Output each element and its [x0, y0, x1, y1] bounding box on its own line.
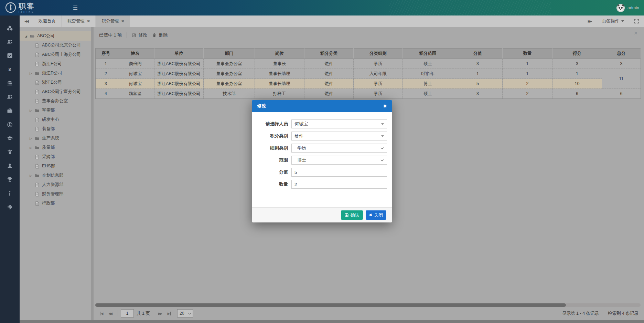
细则类别-select[interactable]: 学历	[291, 144, 387, 153]
请选择人员-combobox[interactable]: 何诚宝	[291, 119, 387, 128]
数量-input[interactable]	[291, 180, 387, 189]
close-label: 关闭	[374, 212, 383, 218]
field-label: 细则类别	[256, 145, 288, 151]
close-x-icon: ✖	[369, 213, 372, 217]
field-label: 数量	[256, 181, 288, 187]
close-button[interactable]: ✖ 关闭	[366, 210, 386, 220]
field-label: 请选择人员	[256, 121, 288, 127]
caret-down-icon	[381, 123, 384, 125]
modal-header: 修改 ✖	[252, 100, 392, 112]
field-value: 博士	[294, 157, 306, 163]
modal-field-请选择人员: 请选择人员何诚宝	[256, 119, 387, 128]
field-value: 何诚宝	[294, 121, 308, 127]
edit-modal: 修改 ✖ 请选择人员何诚宝积分类别硬件细则类别学历范围博士分值数量 确认 ✖ 关…	[252, 100, 392, 222]
modal-footer: 确认 ✖ 关闭	[252, 207, 392, 222]
caret-down-icon	[381, 135, 384, 137]
范围-select[interactable]: 博士	[291, 156, 387, 165]
chevron-down-icon	[381, 158, 384, 161]
modal-field-积分类别: 积分类别硬件	[256, 132, 387, 140]
modal-title: 修改	[257, 103, 266, 109]
field-label: 积分类别	[256, 133, 288, 139]
field-label: 分值	[256, 169, 288, 175]
modal-close-icon[interactable]: ✖	[383, 103, 387, 109]
modal-field-范围: 范围博士	[256, 156, 387, 165]
confirm-label: 确认	[351, 212, 359, 218]
field-value: 学历	[294, 145, 306, 151]
modal-field-分值: 分值	[256, 168, 387, 177]
分值-input[interactable]	[291, 168, 387, 177]
modal-field-细则类别: 细则类别学历	[256, 144, 387, 153]
field-label: 范围	[256, 157, 288, 163]
modal-body: 请选择人员何诚宝积分类别硬件细则类别学历范围博士分值数量	[252, 112, 392, 207]
confirm-button[interactable]: 确认	[341, 210, 363, 220]
save-floppy-icon	[344, 213, 349, 217]
chevron-down-icon	[381, 146, 384, 149]
积分类别-combobox[interactable]: 硬件	[291, 132, 387, 140]
field-value: 硬件	[294, 133, 303, 139]
modal-field-数量: 数量	[256, 180, 387, 189]
